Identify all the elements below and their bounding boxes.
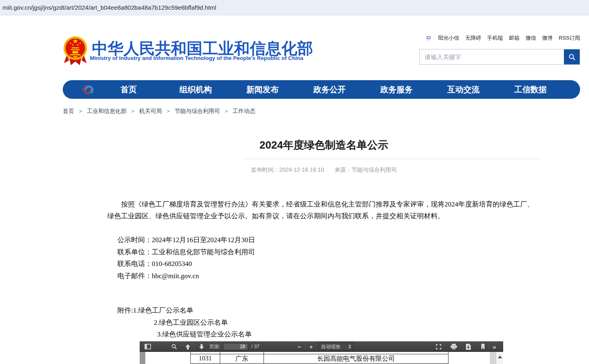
- article-paragraph: 按照《绿色工厂梯度培育及管理暂行办法》有关要求，经省级工业和信息化主管部门推荐及…: [107, 198, 540, 222]
- source-value: 节能与综合利用司: [351, 166, 397, 173]
- sidebar-toggle-icon: [145, 344, 151, 349]
- title-divider: [243, 159, 540, 159]
- sidebar-toggle-button[interactable]: [145, 341, 151, 352]
- find-icon: [171, 344, 177, 349]
- breadcrumb-miit[interactable]: 工业和信息化部: [87, 108, 126, 114]
- download-button[interactable]: [466, 341, 471, 352]
- pdf-find-button[interactable]: [171, 341, 177, 352]
- nav-item-data[interactable]: 工信数据: [497, 84, 564, 95]
- toolbar-separator: [305, 343, 306, 349]
- quick-link-mobile[interactable]: 手机端: [487, 34, 503, 42]
- browser-url-bar[interactable]: miit.gov.cn/jgsj/jns/gzdt/art/2024/art_b…: [0, 0, 589, 15]
- search-input[interactable]: [420, 49, 564, 64]
- previous-page-button[interactable]: [185, 341, 191, 352]
- site-subtitle: Ministry of Industry and Information Tec…: [90, 55, 317, 61]
- breadcrumb-energy-dept[interactable]: 节能与综合利用司: [174, 108, 220, 114]
- breadcrumb-home[interactable]: 首页: [63, 108, 74, 114]
- row-number-cell: 1031: [191, 355, 220, 362]
- main-nav: 首页 组织机构 新闻发布 政务公开 政务服务 互动交流 工信数据: [63, 80, 580, 99]
- pdf-viewer: 页面: / 37 − + 自动缩放: [140, 341, 503, 364]
- zoom-out-button[interactable]: −: [298, 341, 301, 352]
- table-border: [190, 363, 449, 364]
- miit-gear-logo-icon: [82, 83, 95, 96]
- nav-item-gov-open[interactable]: 政务公开: [296, 84, 363, 95]
- pdf-toolbar: 页面: / 37 − + 自动缩放: [140, 341, 503, 352]
- quick-link-weibo[interactable]: 微博: [542, 34, 553, 42]
- page-label: 页面:: [209, 341, 220, 352]
- toolbar-separator: [193, 343, 194, 349]
- bookmark-icon: [481, 344, 485, 350]
- article-body: 按照《绿色工厂梯度培育及管理暂行办法》有关要求，经省级工业和信息化主管部门推荐及…: [107, 198, 540, 222]
- table-border: [190, 354, 449, 354]
- page: miit.gov.cn/jgsj/jns/gzdt/art/2024/art_b…: [0, 0, 589, 364]
- contact-phone: 联系电话：010-68205340: [107, 258, 540, 270]
- breadcrumb-departments[interactable]: 机关司局: [139, 108, 162, 114]
- nav-item-organization[interactable]: 组织机构: [162, 84, 229, 95]
- pdf-page-area: 1031 广东 长园高能电气股份有限公司: [140, 352, 503, 364]
- attachment-green-industrial-park-list[interactable]: 2.绿色工业园区公示名单: [107, 317, 540, 329]
- breadcrumb-separator: >: [167, 108, 170, 114]
- zoom-in-button[interactable]: +: [309, 341, 313, 352]
- row-company-cell: 长园高能电气股份有限公司: [264, 355, 448, 363]
- page-number-input[interactable]: [223, 343, 248, 350]
- contact-info: 公示时间：2024年12月16日至2024年12月30日 联系单位：工业和信息化…: [107, 234, 540, 282]
- quick-link-sunshine-assistant[interactable]: 阳光小信: [438, 34, 459, 42]
- attachment-green-factory-list[interactable]: 附件:1.绿色工厂公示名单: [107, 304, 540, 317]
- attachment-green-supply-chain-list[interactable]: 3.绿色供应链管理企业公示名单: [107, 328, 540, 341]
- breadcrumb-work-news[interactable]: 工作动态: [233, 108, 255, 114]
- article-title: 2024年度绿色制造名单公示: [107, 138, 540, 152]
- publish-time-label: 发布时间：: [251, 166, 279, 173]
- more-tools-button[interactable]: »: [493, 341, 496, 352]
- contact-unit: 联系单位：工业和信息化部节能与综合利用司: [107, 246, 540, 258]
- quick-link-accessibility[interactable]: 无障碍: [465, 34, 481, 42]
- search-icon: [568, 53, 576, 61]
- arrow-down-icon: [199, 344, 204, 350]
- source-label: 来源：: [334, 166, 351, 173]
- next-page-button[interactable]: [199, 341, 204, 352]
- nav-item-interaction[interactable]: 互动交流: [430, 84, 497, 95]
- toolbar-separator: [489, 343, 489, 349]
- page-number-field: [223, 343, 248, 350]
- print-icon: [451, 344, 457, 349]
- search-button[interactable]: [564, 49, 580, 64]
- attachments: 附件:1.绿色工厂公示名单 2.绿色工业园区公示名单 3.绿色供应链管理企业公示…: [107, 304, 540, 341]
- print-button[interactable]: [451, 341, 457, 352]
- breadcrumb: 首页 > 工业和信息化部 > 机关司局 > 节能与综合利用司 > 工作动态: [63, 108, 255, 115]
- row-province-cell: 广东: [220, 355, 264, 363]
- publish-time: 2024-12-16 16:10: [279, 166, 324, 173]
- pdf-margin: [490, 352, 496, 364]
- quick-link-mailbox[interactable]: 邮箱: [509, 34, 519, 42]
- contact-email: 电子邮件：hbc@miit.gov.cn: [107, 270, 540, 282]
- breadcrumb-separator: >: [79, 108, 82, 114]
- page-total: / 37: [251, 341, 259, 352]
- breadcrumb-separator: >: [225, 108, 228, 114]
- public-notice-period: 公示时间：2024年12月16日至2024年12月30日: [107, 234, 540, 246]
- breadcrumb-separator: >: [131, 108, 134, 114]
- bookmark-button[interactable]: [481, 341, 485, 352]
- download-icon: [466, 344, 471, 350]
- select-arrows-icon: [349, 345, 351, 349]
- assistant-robot-icon: [425, 35, 432, 42]
- zoom-mode-value: 自动缩放: [321, 343, 340, 350]
- nav-item-gov-service[interactable]: 政务服务: [363, 84, 430, 95]
- national-emblem-logo: [63, 35, 88, 66]
- pdf-scrollbar[interactable]: [496, 352, 503, 364]
- scroll-up-icon: [498, 355, 502, 358]
- quick-link-rss[interactable]: RSS订阅: [559, 34, 580, 42]
- quick-links: 阳光小信 无障碍 手机端 邮箱 微信 微博 RSS订阅: [425, 34, 580, 42]
- zoom-mode-select[interactable]: 自动缩放: [319, 343, 353, 351]
- quick-link-wechat[interactable]: 微信: [525, 34, 536, 42]
- article-meta: 发布时间：2024-12-16 16:10来源：节能与综合利用司: [107, 166, 540, 174]
- nav-item-home[interactable]: 首页: [95, 84, 162, 95]
- nav-item-news[interactable]: 新闻发布: [229, 84, 296, 95]
- site-search: [419, 49, 580, 65]
- presentation-mode-button[interactable]: [436, 341, 442, 352]
- fullscreen-icon: [436, 344, 442, 350]
- arrow-up-icon: [185, 344, 191, 350]
